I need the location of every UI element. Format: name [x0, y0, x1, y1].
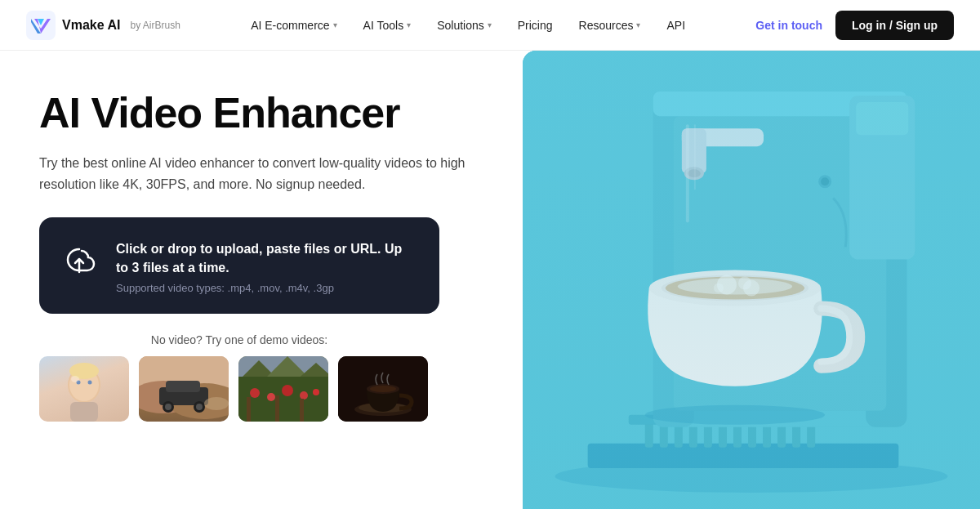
- demo-thumb-car[interactable]: [139, 356, 229, 422]
- demo-thumb-child[interactable]: [39, 356, 129, 422]
- nav-item-ecommerce[interactable]: AI E-commerce ▾: [251, 19, 336, 32]
- demo-thumb-forest[interactable]: [238, 356, 328, 422]
- hero-background: [523, 51, 980, 509]
- login-signup-button[interactable]: Log in / Sign up: [835, 11, 954, 40]
- main-content: AI Video Enhancer Try the best online AI…: [0, 51, 980, 509]
- svg-point-38: [370, 386, 396, 392]
- hero-subtitle: Try the best online AI video enhancer to…: [39, 153, 472, 194]
- svg-point-27: [267, 393, 275, 401]
- nav-item-resources[interactable]: Resources ▾: [579, 19, 641, 32]
- upload-dropzone[interactable]: Click or drop to upload, paste files or …: [39, 217, 439, 314]
- upload-icon-wrap: [59, 240, 100, 281]
- svg-point-19: [196, 404, 203, 410]
- upload-sub-text: Supported video types: .mp4, .mov, .m4v,…: [116, 282, 416, 294]
- svg-rect-31: [247, 397, 251, 422]
- svg-point-29: [300, 391, 308, 400]
- svg-point-28: [282, 385, 293, 396]
- nav-right: Get in touch Log in / Sign up: [755, 11, 954, 40]
- logo-icon: [26, 11, 56, 40]
- svg-point-26: [250, 388, 260, 398]
- demo-section: No video? Try one of demo videos:: [39, 333, 439, 422]
- nav-item-pricing[interactable]: Pricing: [518, 19, 553, 32]
- svg-rect-33: [300, 399, 304, 422]
- svg-point-30: [313, 389, 319, 395]
- upload-text-area: Click or drop to upload, paste files or …: [116, 240, 416, 294]
- svg-point-18: [165, 404, 172, 410]
- demo-thumbnails: [39, 356, 439, 422]
- svg-rect-32: [275, 395, 279, 422]
- chevron-down-icon: ▾: [488, 20, 492, 29]
- svg-point-10: [71, 376, 79, 382]
- nav-item-api[interactable]: API: [666, 19, 685, 32]
- get-in-touch-link[interactable]: Get in touch: [755, 19, 822, 32]
- demo-label: No video? Try one of demo videos:: [39, 333, 439, 346]
- nav-item-solutions[interactable]: Solutions ▾: [437, 19, 492, 32]
- demo-thumb-coffee[interactable]: [338, 356, 428, 422]
- svg-rect-61: [856, 102, 908, 135]
- upload-main-text: Click or drop to upload, paste files or …: [116, 240, 416, 277]
- upload-cloud-icon: [61, 243, 97, 279]
- nav-center: AI E-commerce ▾ AI Tools ▾ Solutions ▾ P…: [251, 19, 685, 32]
- hero-title: AI Video Enhancer: [39, 90, 483, 136]
- logo-by: by AirBrush: [130, 20, 180, 31]
- svg-rect-77: [686, 124, 689, 222]
- svg-rect-78: [694, 124, 696, 190]
- right-panel-image: [523, 51, 980, 509]
- left-panel: AI Video Enhancer Try the best online AI…: [0, 51, 523, 509]
- chevron-down-icon: ▾: [333, 20, 337, 29]
- svg-point-74: [645, 405, 825, 425]
- svg-point-76: [821, 177, 829, 185]
- coffee-machine-illustration: [523, 51, 980, 509]
- svg-rect-25: [238, 377, 328, 422]
- navbar: Vmake AI by AirBrush AI E-commerce ▾ AI …: [0, 0, 980, 51]
- svg-point-20: [204, 397, 229, 410]
- svg-rect-15: [166, 381, 200, 392]
- chevron-down-icon: ▾: [407, 20, 411, 29]
- chevron-down-icon: ▾: [636, 20, 640, 29]
- logo-text: Vmake AI: [62, 18, 120, 33]
- logo-area: Vmake AI by AirBrush: [26, 11, 180, 40]
- svg-rect-41: [588, 444, 899, 468]
- svg-point-73: [743, 280, 760, 297]
- svg-point-8: [88, 381, 92, 385]
- svg-rect-9: [70, 402, 98, 422]
- nav-item-tools[interactable]: AI Tools ▾: [363, 19, 412, 32]
- svg-point-72: [714, 284, 724, 293]
